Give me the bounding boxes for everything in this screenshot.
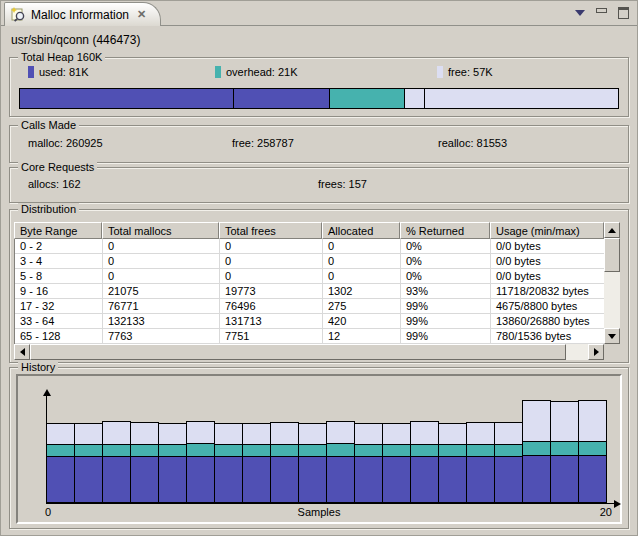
table-cell: 7751 xyxy=(220,329,323,344)
history-bar-segment-free xyxy=(298,423,327,445)
column-header-1[interactable]: Total mallocs xyxy=(102,222,219,239)
history-bar-segment-free xyxy=(410,421,439,445)
table-cell: 131713 xyxy=(220,314,323,329)
history-bar-segment-overhead xyxy=(522,441,551,456)
table-cell: 19773 xyxy=(220,284,323,299)
table-cell: 4675/8800 bytes xyxy=(491,299,605,314)
vertical-scrollbar[interactable] xyxy=(604,222,620,344)
scroll-up-button[interactable] xyxy=(604,222,620,238)
history-group: History 0 Samples 20 xyxy=(9,367,629,529)
table-cell: 0 xyxy=(220,254,323,269)
history-bar xyxy=(438,423,467,503)
history-bar xyxy=(522,400,551,503)
legend-swatch-overhead xyxy=(215,66,221,78)
free-count: free: 258787 xyxy=(232,137,438,149)
history-bar-segment-free xyxy=(578,400,607,442)
table-row[interactable]: 17 - 32767717649627599%4675/8800 bytes xyxy=(15,299,620,314)
column-header-5[interactable]: Usage (min/max) xyxy=(490,222,604,239)
history-bar-segment-used xyxy=(410,456,439,503)
history-bar-segment-overhead xyxy=(578,441,607,456)
core-requests-values: allocs: 162 frees: 157 xyxy=(28,178,624,190)
history-bar-segment-free xyxy=(382,423,411,445)
history-bar-segment-used xyxy=(46,456,75,503)
close-icon[interactable]: ✕ xyxy=(137,8,146,21)
table-cell: 11718/20832 bytes xyxy=(491,284,605,299)
history-bar xyxy=(382,423,411,503)
horizontal-scrollbar[interactable] xyxy=(14,344,604,360)
legend-item-used: used: 81K xyxy=(28,66,215,78)
table-cell: 275 xyxy=(323,299,401,314)
distribution-table-body: 0 - 20000%0/0 bytes3 - 40000%0/0 bytes5 … xyxy=(14,239,620,344)
table-cell: 13860/26880 bytes xyxy=(491,314,605,329)
vertical-scrollbar-track[interactable] xyxy=(604,272,620,328)
history-bar xyxy=(46,423,75,503)
history-bar-segment-overhead xyxy=(186,443,215,457)
history-bar-segment-used xyxy=(578,455,607,503)
calls-made-group-title: Calls Made xyxy=(18,119,79,131)
table-row[interactable]: 3 - 40000%0/0 bytes xyxy=(15,254,620,269)
table-cell: 76771 xyxy=(103,299,220,314)
heap-bar-segment-free xyxy=(425,89,618,108)
arrow-left-icon xyxy=(20,348,25,356)
distribution-group-title: Distribution xyxy=(18,203,79,215)
history-bar xyxy=(354,423,383,503)
column-header-3[interactable]: Allocated xyxy=(322,222,400,239)
history-bar-segment-used xyxy=(270,456,299,503)
table-row[interactable]: 65 - 128776377511299%780/1536 bytes xyxy=(15,329,620,344)
history-bar xyxy=(74,423,103,503)
column-header-2[interactable]: Total frees xyxy=(219,222,322,239)
view-menu-icon[interactable] xyxy=(575,10,585,16)
history-bar-segment-free xyxy=(130,422,159,445)
maximize-icon[interactable] xyxy=(618,7,629,19)
column-header-0[interactable]: Byte Range xyxy=(14,222,102,239)
scroll-right-button[interactable] xyxy=(588,344,604,360)
scroll-down-button[interactable] xyxy=(604,328,620,344)
frees-count: frees: 157 xyxy=(318,178,624,190)
history-bar-segment-free xyxy=(242,423,271,445)
table-cell: 99% xyxy=(401,314,491,329)
history-bar-segment-overhead xyxy=(550,441,579,456)
vertical-scrollbar-thumb[interactable] xyxy=(604,238,620,272)
legend-label-overhead: overhead: 21K xyxy=(226,66,298,78)
table-cell: 0/0 bytes xyxy=(491,239,605,254)
tab-malloc-information[interactable]: Malloc Information ✕ xyxy=(4,2,161,26)
allocs-count: allocs: 162 xyxy=(28,178,318,190)
horizontal-scrollbar-track[interactable] xyxy=(566,344,588,360)
legend-item-overhead: overhead: 21K xyxy=(215,66,437,78)
malloc-view-icon xyxy=(11,7,26,22)
history-bar xyxy=(550,401,579,503)
history-bar-segment-used xyxy=(130,456,159,503)
table-cell: 0% xyxy=(401,254,491,269)
table-cell: 0 xyxy=(103,239,220,254)
heap-bar-segment-overhead xyxy=(330,89,404,108)
scroll-left-button[interactable] xyxy=(14,344,30,360)
distribution-group: Distribution Byte RangeTotal mallocsTota… xyxy=(9,209,629,363)
minimize-icon[interactable] xyxy=(596,8,607,13)
table-cell: 21075 xyxy=(103,284,220,299)
history-bar-segment-free xyxy=(214,423,243,445)
history-bar xyxy=(158,423,187,503)
total-heap-group-title: Total Heap 160K xyxy=(18,51,105,63)
history-bar xyxy=(186,421,215,503)
table-cell: 780/1536 bytes xyxy=(491,329,605,344)
history-bar-segment-used xyxy=(550,455,579,503)
column-header-4[interactable]: % Returned xyxy=(400,222,490,239)
realloc-count: realloc: 81553 xyxy=(438,137,624,149)
legend-label-free: free: 57K xyxy=(448,66,493,78)
table-row[interactable]: 0 - 20000%0/0 bytes xyxy=(15,239,620,254)
table-cell: 93% xyxy=(401,284,491,299)
history-bar-segment-free xyxy=(326,421,355,444)
legend-label-used: used: 81K xyxy=(39,66,89,78)
total-heap-group: Total Heap 160K used: 81Koverhead: 21Kfr… xyxy=(9,57,629,117)
table-cell: 0 xyxy=(323,269,401,284)
table-row[interactable]: 5 - 80000%0/0 bytes xyxy=(15,269,620,284)
history-chart-panel: 0 Samples 20 xyxy=(16,374,622,524)
legend-item-free: free: 57K xyxy=(437,66,624,78)
history-bar-segment-used xyxy=(382,456,411,503)
table-row[interactable]: 9 - 162107519773130293%11718/20832 bytes xyxy=(15,284,620,299)
horizontal-scrollbar-thumb[interactable] xyxy=(30,344,566,360)
history-bar-segment-used xyxy=(354,456,383,503)
table-cell: 76496 xyxy=(220,299,323,314)
table-row[interactable]: 33 - 6413213313171342099%13860/26880 byt… xyxy=(15,314,620,329)
history-bar xyxy=(270,422,299,503)
